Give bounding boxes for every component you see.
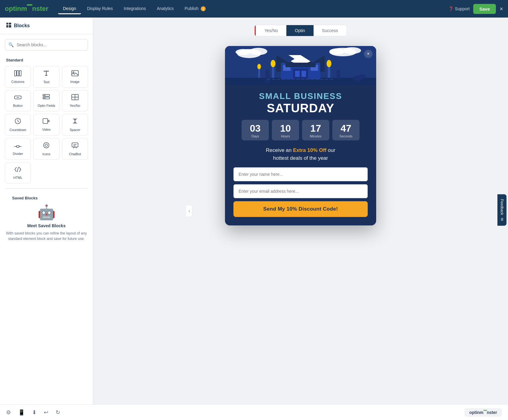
block-chatbot[interactable]: ChatBot <box>62 138 88 160</box>
block-video[interactable]: Video <box>33 114 59 136</box>
block-columns[interactable]: Columns <box>5 66 31 88</box>
block-spacer[interactable]: Spacer <box>62 114 88 136</box>
logo-text: optinm▔nster <box>5 5 48 13</box>
countdown-minutes: 17 Minutes <box>302 120 329 140</box>
search-container: 🔍 <box>5 39 88 51</box>
countdown-hours-label: Hours <box>281 134 290 138</box>
block-divider[interactable]: Divider <box>5 138 31 160</box>
block-chatbot-label: ChatBot <box>69 152 81 156</box>
svg-rect-17 <box>43 119 48 123</box>
bottombar-brand: optinm▔nster <box>464 408 502 417</box>
undo-button[interactable]: ↩ <box>44 409 48 416</box>
countdown-hours: 10 Hours <box>272 120 299 140</box>
block-image[interactable]: Image <box>62 66 88 88</box>
nav-right: ❓ Support Save × <box>448 4 503 14</box>
sidebar-title: Blocks <box>14 23 30 28</box>
block-yes-no-label: Yes/No <box>70 104 80 107</box>
svg-rect-64 <box>337 74 340 79</box>
mobile-preview-button[interactable]: 📱 <box>18 409 25 416</box>
tab-success[interactable]: Success <box>314 25 347 36</box>
optin-fields-icon <box>43 94 50 102</box>
nav-display-rules[interactable]: Display Rules <box>82 4 118 14</box>
support-icon: ❓ <box>448 6 454 11</box>
popup-body: SMALL BUSINESS SATURDAY 03 Days 10 Hours… <box>225 85 376 225</box>
block-columns-label: Columns <box>11 80 24 84</box>
svg-rect-61 <box>265 80 267 84</box>
sidebar: Blocks 🔍 Standard Columns Text <box>0 18 93 404</box>
countdown-seconds-label: Seconds <box>340 134 353 138</box>
promo-highlight: Extra 10% Off <box>293 147 327 153</box>
popup-form: Send My 10% Discount Code! <box>233 167 368 217</box>
countdown-days-label: Days <box>251 134 259 138</box>
saved-blocks-section: Saved Blocks 🤖 Meet Saved Blocks With sa… <box>0 191 93 248</box>
saved-monster: 🤖 Meet Saved Blocks With saved blocks yo… <box>6 204 87 241</box>
spacer-icon <box>72 118 78 126</box>
download-icon: ⬇ <box>32 409 37 415</box>
svg-rect-7 <box>72 71 78 76</box>
nav-design[interactable]: Design <box>58 4 81 14</box>
countdown-seconds: 47 Seconds <box>332 120 360 140</box>
publish-badge: 1 <box>201 6 206 11</box>
block-countdown[interactable]: Countdown <box>5 114 31 136</box>
save-button[interactable]: Save <box>473 4 496 14</box>
svg-rect-6 <box>19 71 21 76</box>
email-input[interactable] <box>233 184 368 198</box>
countdown-days-value: 03 <box>250 123 261 133</box>
block-text[interactable]: Text <box>33 66 59 88</box>
svg-point-54 <box>257 64 261 69</box>
svg-point-25 <box>45 144 47 146</box>
support-button[interactable]: ❓ Support <box>448 6 470 11</box>
name-input[interactable] <box>233 167 368 181</box>
block-optin-fields[interactable]: Optin Fields <box>33 90 59 111</box>
feedback-tab[interactable]: Feedback ✉ <box>497 194 506 226</box>
search-input[interactable] <box>5 39 88 51</box>
countdown: 03 Days 10 Hours 17 Minutes 47 Seconds <box>233 120 368 140</box>
nav-publish[interactable]: Publish 1 <box>180 4 211 14</box>
svg-point-36 <box>329 48 344 54</box>
feedback-icon: ✉ <box>500 218 504 221</box>
topnav: optinm▔nster Design Display Rules Integr… <box>0 0 508 18</box>
monster-illustration: 🤖 <box>37 204 56 221</box>
logo[interactable]: optinm▔nster <box>5 5 48 13</box>
popup-close-button[interactable]: × <box>364 50 373 58</box>
brand-text: optinm▔nster <box>469 410 497 415</box>
svg-rect-26 <box>72 143 78 147</box>
saved-desc: With saved blocks you can refine the lay… <box>6 231 87 241</box>
svg-point-33 <box>236 49 251 55</box>
download-button[interactable]: ⬇ <box>32 409 37 416</box>
svg-rect-44 <box>295 71 300 77</box>
tab-yes-no[interactable]: Yes/No <box>256 25 286 36</box>
submit-button[interactable]: Send My 10% Discount Code! <box>233 201 368 217</box>
redo-icon: ↻ <box>56 409 60 415</box>
countdown-minutes-value: 17 <box>310 123 321 133</box>
svg-rect-1 <box>6 25 8 28</box>
svg-rect-45 <box>301 71 306 77</box>
block-yes-no[interactable]: Yes/No <box>62 90 88 111</box>
settings-button[interactable]: ⚙ <box>6 409 11 416</box>
chevron-left-icon: ‹ <box>188 208 190 213</box>
countdown-hours-value: 10 <box>280 123 291 133</box>
block-video-label: Video <box>42 128 51 131</box>
chatbot-icon <box>72 142 78 150</box>
svg-rect-58 <box>358 79 360 82</box>
blocks-grid: Columns Text Image Button <box>0 64 93 186</box>
sidebar-divider <box>5 188 88 189</box>
close-button[interactable]: × <box>500 5 503 12</box>
svg-rect-4 <box>15 71 16 76</box>
icons-icon <box>43 142 50 150</box>
block-optin-fields-label: Optin Fields <box>37 104 55 107</box>
sidebar-collapse-button[interactable]: ‹ <box>186 205 192 217</box>
block-icons[interactable]: Icons <box>33 138 59 160</box>
block-html[interactable]: HTML <box>5 162 31 183</box>
redo-button[interactable]: ↻ <box>56 409 60 416</box>
nav-analytics[interactable]: Analytics <box>152 4 178 14</box>
block-button[interactable]: Button <box>5 90 31 111</box>
svg-point-52 <box>327 60 331 67</box>
svg-rect-48 <box>285 63 316 67</box>
tab-optin[interactable]: Optin <box>286 25 313 36</box>
nav-integrations[interactable]: Integrations <box>119 4 151 14</box>
tab-bar: Yes/No Optin Success <box>254 25 347 36</box>
svg-point-8 <box>73 72 74 73</box>
svg-point-35 <box>343 47 361 54</box>
promo-text: Receive an Extra 10% Off ourhottest deal… <box>233 146 368 162</box>
